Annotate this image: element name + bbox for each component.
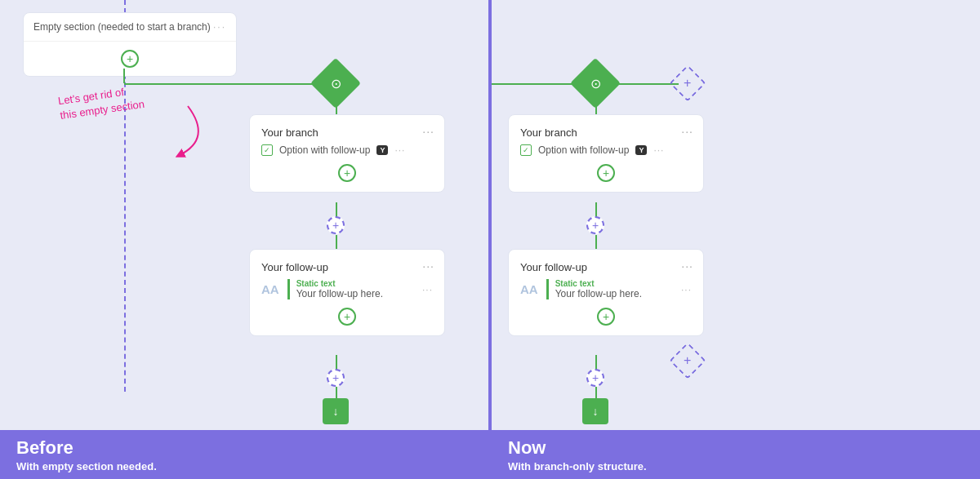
static-dots: ··· xyxy=(422,284,433,295)
h-line-after-right xyxy=(613,83,679,85)
before-label: Before xyxy=(16,437,157,459)
y-badge-after: Y xyxy=(635,145,647,155)
option-row-after: ✓ Option with follow-up Y ··· xyxy=(520,144,692,156)
eye-icon: ⊙ xyxy=(331,76,341,91)
annotation-arrow-svg xyxy=(49,73,147,155)
branch-card-after: Your branch ··· ✓ Option with follow-up … xyxy=(508,114,704,193)
down-arrow-btn-before[interactable]: ↓ xyxy=(323,398,349,424)
plus-diamond-icon-bottom: + xyxy=(684,353,691,368)
footer-after: Now With branch-only structure. xyxy=(492,430,980,479)
branch-card-plus-after[interactable]: + xyxy=(597,164,615,182)
text-icon: AA xyxy=(261,282,279,296)
plus-diamond-bottom-after[interactable]: + xyxy=(669,342,706,379)
static-value: Your follow-up here. xyxy=(296,288,383,299)
plus-diamond-icon: + xyxy=(684,76,691,91)
dashed-plus-bottom-after[interactable]: + xyxy=(586,369,604,387)
checkbox-icon-after: ✓ xyxy=(520,144,532,156)
text-icon-after: AA xyxy=(520,282,538,296)
line-branch-to-dashed-plus xyxy=(336,202,337,217)
option-label-after: Option with follow-up xyxy=(538,144,629,156)
followup-card-plus-after[interactable]: + xyxy=(597,308,615,326)
down-arrow-btn-after[interactable]: ↓ xyxy=(582,398,608,424)
footer: Before With empty section needed. Now Wi… xyxy=(0,430,980,479)
empty-card-dots: ··· xyxy=(213,21,226,33)
option-dots: ··· xyxy=(394,144,405,156)
followup-card-dots: ··· xyxy=(422,259,434,273)
static-value-after: Your follow-up here. xyxy=(555,288,642,299)
empty-card-plus[interactable]: + xyxy=(121,50,139,68)
empty-section-card: Empty section (needed to start a branch)… xyxy=(23,12,237,77)
branch-card-dots-after: ··· xyxy=(681,125,693,138)
after-subtitle: With branch-only structure. xyxy=(508,460,647,472)
h-line-to-diamond xyxy=(124,83,336,85)
static-label: Static text xyxy=(296,279,383,288)
checkbox-icon: ✓ xyxy=(261,144,273,156)
static-dots-after: ··· xyxy=(681,284,692,295)
branch-card-title-after: Your branch xyxy=(520,126,577,139)
followup-card-dots-after: ··· xyxy=(681,259,693,273)
dashed-plus-mid-before[interactable]: + xyxy=(327,216,345,234)
line-dashed-to-followup-after xyxy=(595,235,597,250)
branch-card-before: Your branch ··· ✓ Option with follow-up … xyxy=(249,114,445,193)
option-row: ✓ Option with follow-up Y ··· xyxy=(261,144,433,156)
eye-icon-after: ⊙ xyxy=(590,76,601,91)
before-panel: Empty section (needed to start a branch)… xyxy=(0,0,488,430)
line-followup-to-bottom-plus xyxy=(336,355,337,370)
line-branch-to-dashed-after xyxy=(595,202,597,217)
branch-card-plus[interactable]: + xyxy=(338,164,356,182)
line-dashed-to-followup xyxy=(336,235,337,250)
before-subtitle: With empty section needed. xyxy=(16,460,157,472)
followup-card-title: Your follow-up xyxy=(261,261,328,273)
option-label: Option with follow-up xyxy=(279,144,370,156)
after-label: Now xyxy=(508,437,647,459)
footer-before: Before With empty section needed. xyxy=(0,430,488,479)
followup-card-after: Your follow-up ··· AA Static text Your f… xyxy=(508,249,704,336)
plus-diamond-top-after[interactable]: + xyxy=(669,64,706,101)
line-followup-to-bottom-after xyxy=(595,355,597,370)
after-panel: ⊙ + Your branch ··· ✓ Option with follow… xyxy=(492,0,980,430)
dashed-plus-mid-after[interactable]: + xyxy=(586,216,604,234)
static-label-after: Static text xyxy=(555,279,642,288)
option-dots-after: ··· xyxy=(653,144,664,156)
followup-card-plus[interactable]: + xyxy=(338,308,356,326)
branch-card-dots: ··· xyxy=(422,125,434,138)
y-badge: Y xyxy=(376,145,388,155)
line-to-down-btn xyxy=(336,387,337,398)
empty-card-title: Empty section (needed to start a branch) xyxy=(33,21,211,33)
followup-card-before: Your follow-up ··· AA Static text Your f… xyxy=(249,249,445,336)
dashed-plus-bottom-before[interactable]: + xyxy=(327,369,345,387)
followup-card-title-after: Your follow-up xyxy=(520,261,587,273)
line-to-down-btn-after xyxy=(595,387,597,398)
branch-card-title: Your branch xyxy=(261,126,318,139)
